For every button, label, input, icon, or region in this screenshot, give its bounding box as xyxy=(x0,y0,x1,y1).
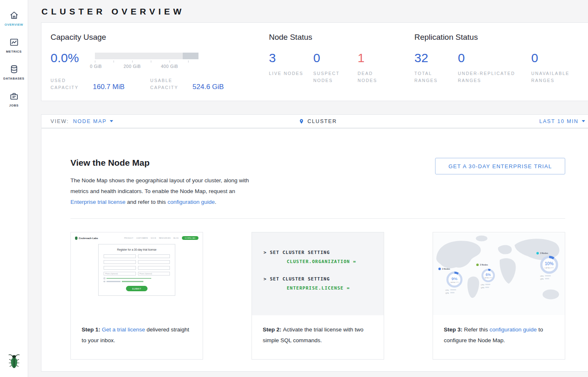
under-replicated-ranges-label: UNDER-REPLICATED RANGES xyxy=(458,70,522,84)
mini-nav-item: PRODUCT xyxy=(124,237,133,239)
capacity-bar: 0 GiB 200 GiB 400 GiB xyxy=(95,52,198,71)
mini-cockroach-icon xyxy=(75,237,77,240)
mini-brand: Cockroach Labs xyxy=(75,237,98,240)
view-selector-value: NODE MAP xyxy=(73,118,106,124)
capacity-bar-axis: 0 GiB 200 GiB 400 GiB xyxy=(95,60,198,71)
capacity-percent: 10% xyxy=(545,261,554,266)
node-map-title: View the Node Map xyxy=(70,158,262,168)
mini-download-button: DOWNLOAD xyxy=(182,236,198,240)
capacity-percent: 6% xyxy=(486,273,491,277)
cpu-label: CPU xyxy=(445,289,449,291)
view-selector-dropdown[interactable]: NODE MAP xyxy=(73,118,113,124)
cpu-label: CPU xyxy=(481,284,484,286)
chevron-down-icon xyxy=(582,120,585,122)
time-range-value: LAST 10 MIN xyxy=(539,118,578,124)
suspect-nodes-label: SUSPECT NODES xyxy=(313,70,348,84)
qps-label: QPS xyxy=(481,287,484,289)
description-text: The Node Map shows the geographical layo… xyxy=(70,177,249,194)
step2-caption: Step 2: Activate the trial license with … xyxy=(252,315,384,346)
cockroach-labs-logo[interactable] xyxy=(8,353,20,370)
mini-checkbox-row xyxy=(104,281,170,283)
under-replicated-ranges-stat: 0 UNDER-REPLICATED RANGES xyxy=(458,52,522,84)
used-capacity-stat: USED CAPACITY 160.7 MiB xyxy=(51,77,125,91)
total-ranges-stat: 32 TOTAL RANGES xyxy=(414,52,449,84)
mini-form-field xyxy=(104,260,136,264)
node-count-label: 3 Nodes xyxy=(480,264,488,266)
mini-form-field xyxy=(104,254,136,258)
node-map-panel: View the Node Map The Node Map shows the… xyxy=(41,128,588,372)
database-icon xyxy=(9,64,19,74)
enterprise-trial-license-link[interactable]: Enterprise trial license xyxy=(70,199,126,205)
step1-screenshot: Cockroach Labs PRODUCT CUSTOMERS DOCS RE… xyxy=(71,232,203,315)
node-locality-dot xyxy=(476,263,479,266)
mini-phone-field: Phone (Optional) xyxy=(104,272,136,276)
metrics-icon xyxy=(9,37,19,47)
capacity-bar-reserved-segment xyxy=(183,53,198,59)
description-text: . xyxy=(215,199,216,205)
mini-phone-field: Phone (Optional) xyxy=(138,272,170,276)
sql-setting: CLUSTER.ORGANIZATION = xyxy=(264,259,384,264)
step2-code-snippet: > SET CLUSTER SETTING CLUSTER.ORGANIZATI… xyxy=(252,232,384,315)
sql-command: > SET CLUSTER SETTING xyxy=(264,250,384,255)
total-ranges-value: 32 xyxy=(414,52,449,64)
mini-form-field xyxy=(138,260,170,264)
mini-nav-item: RESOURCES xyxy=(159,237,171,239)
home-icon xyxy=(9,10,19,20)
usable-capacity-label: USABLE CAPACITY xyxy=(150,77,186,91)
configuration-guide-link[interactable]: configuration guide xyxy=(489,326,537,333)
step3-map-preview: 3 Nodes 9% CAPACITY CPU QPS 3 Nodes xyxy=(433,232,565,315)
description-text: and refer to this xyxy=(126,199,167,205)
node-status-title: Node Status xyxy=(269,33,414,42)
qps-label: QPS xyxy=(445,292,449,294)
step2-card: > SET CLUSTER SETTING CLUSTER.ORGANIZATI… xyxy=(252,232,384,360)
sidebar-item-databases[interactable]: DATABASES xyxy=(0,59,28,86)
get-trial-license-link[interactable]: Get a trial license xyxy=(102,326,145,333)
usable-capacity-value: 524.6 GiB xyxy=(193,83,224,91)
mini-nav-item: DOCS xyxy=(151,237,156,239)
mini-form-field xyxy=(104,266,136,270)
capacity-label: CAPACITY xyxy=(544,267,554,269)
node-count-label: 3 Nodes xyxy=(540,252,548,254)
used-capacity-value: 160.7 MiB xyxy=(93,83,125,91)
page-title: CLUSTER OVERVIEW xyxy=(41,0,588,22)
replication-status-title: Replication Status xyxy=(414,33,588,42)
suspect-nodes-stat: 0 SUSPECT NODES xyxy=(313,52,348,84)
sidebar-item-label: DATABASES xyxy=(3,77,24,80)
capacity-used-percent: 0.0% xyxy=(51,52,95,64)
location-pin-icon xyxy=(299,118,304,125)
sidebar: OVERVIEW METRICS DATABASES JOBS xyxy=(0,0,28,377)
mini-nav-item: BLOG xyxy=(174,237,179,239)
step3-caption: Step 3: Refer this configuration guide t… xyxy=(433,315,565,346)
unavailable-ranges-value: 0 xyxy=(531,52,585,64)
dead-nodes-label: DEAD NODES xyxy=(358,70,393,84)
capacity-percent: 9% xyxy=(452,276,458,281)
capacity-bar-track xyxy=(95,53,198,59)
scope-breadcrumb: CLUSTER xyxy=(299,118,337,125)
chevron-down-icon xyxy=(110,120,113,122)
unavailable-ranges-stat: 0 UNAVAILABLE RANGES xyxy=(531,52,585,84)
enterprise-trial-button[interactable]: GET A 30-DAY ENTERPRISE TRIAL xyxy=(435,158,565,174)
main-content: CLUSTER OVERVIEW Capacity Usage 0.0% xyxy=(28,0,588,377)
sidebar-item-label: OVERVIEW xyxy=(5,23,23,27)
usable-capacity-stat: USABLE CAPACITY 524.6 GiB xyxy=(150,77,224,91)
capacity-usage-section: Capacity Usage 0.0% 0 GiB 20 xyxy=(51,33,269,101)
sidebar-item-overview[interactable]: OVERVIEW xyxy=(0,5,28,32)
node-status-section: Node Status 3 LIVE NODES 0 SUSPECT NODES… xyxy=(269,33,414,101)
capacity-usage-title: Capacity Usage xyxy=(51,33,269,42)
time-range-dropdown[interactable]: LAST 10 MIN xyxy=(539,118,585,124)
live-nodes-value: 3 xyxy=(269,52,304,64)
mini-trial-form: Register for a 30-day trial license P xyxy=(98,244,175,296)
replication-status-section: Replication Status 32 TOTAL RANGES 0 UND… xyxy=(414,33,588,101)
sidebar-item-metrics[interactable]: METRICS xyxy=(0,32,28,59)
sql-command: > SET CLUSTER SETTING xyxy=(264,276,384,282)
configuration-guide-link[interactable]: configuration guide xyxy=(167,199,215,205)
axis-tick-label: 200 GiB xyxy=(123,64,140,69)
sidebar-item-jobs[interactable]: JOBS xyxy=(0,86,28,113)
node-locality-dot xyxy=(536,252,539,254)
unavailable-ranges-label: UNAVAILABLE RANGES xyxy=(531,70,585,84)
mini-form-field xyxy=(138,266,170,270)
sql-setting: ENTERPRISE.LICENSE = xyxy=(264,285,384,291)
capacity-label: CAPACITY xyxy=(450,282,459,283)
live-nodes-stat: 3 LIVE NODES xyxy=(269,52,304,84)
step3-card: 3 Nodes 9% CAPACITY CPU QPS 3 Nodes xyxy=(433,232,565,360)
